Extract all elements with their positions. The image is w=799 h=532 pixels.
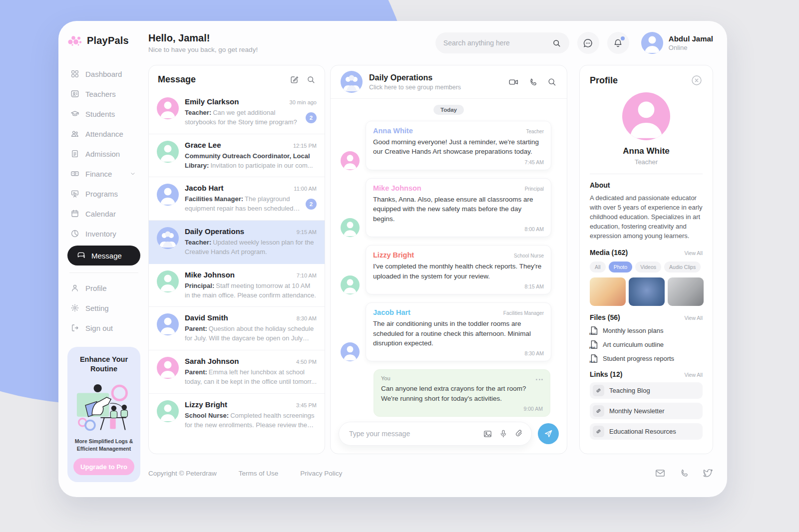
conversation-item[interactable]: Mike Johnson7:10 AM Principal:Staff meet… [149,264,325,307]
filter-audio-clips[interactable]: Audio Clips [664,262,701,272]
mail-icon[interactable] [655,468,666,479]
phone-icon[interactable] [679,468,689,479]
promo-title: Enhance Your Routine [72,355,135,374]
conversation-item[interactable]: Sarah Johnson4:50 PM Parent:Emma left he… [149,350,325,394]
conversation-preview: Facilities Manager:The playground equipm… [185,195,302,214]
link-item[interactable]: Monthly Newsletter [590,403,703,419]
main-area: Hello, Jamal! Nice to have you back, go … [148,21,727,497]
conversation-time: 8:30 AM [297,315,317,321]
profile-avatar [622,92,670,140]
sender-name: Anna White [373,127,413,135]
search-icon[interactable] [552,38,561,48]
conversation-time: 11:00 AM [294,186,317,192]
sidebar-item-label: Programs [85,190,118,198]
sidebar-item-calendar[interactable]: Calendar [67,204,140,224]
message-text: Can anyone lend extra crayons for the ar… [381,384,543,403]
sidebar-item-signout[interactable]: Sign out [67,318,140,338]
sidebar-item-setting[interactable]: Setting [67,298,140,318]
sidebar-item-dashboard[interactable]: Dashboard [67,64,140,84]
conversation-item[interactable]: Jacob Hart11:00 AM Facilities Manager:Th… [149,177,325,221]
media-thumbnail[interactable] [629,277,665,306]
avatar [341,275,360,294]
chat-messages: Today Anna WhiteTeacher Good morning eve… [331,99,567,417]
image-attach-icon[interactable] [483,429,492,439]
pie-chart-icon [70,229,79,238]
search-in-chat-icon[interactable] [547,77,557,87]
video-call-icon[interactable] [508,77,519,87]
user-status: Online [669,44,713,51]
file-item[interactable]: PDF Art curriculum outline [590,340,703,349]
notifications-button[interactable] [607,32,629,54]
message-input[interactable] [349,430,476,438]
avatar [157,357,179,379]
file-item[interactable]: XLS Student progress reports [590,354,703,363]
files-view-all-link[interactable]: View All [684,315,703,321]
search-input[interactable] [443,39,548,47]
messages-button[interactable] [577,32,599,54]
sidebar-item-students[interactable]: Students [67,104,140,124]
search-conversations-icon[interactable] [306,75,316,84]
brand-logo-icon [67,34,82,47]
avatar [157,97,179,119]
profile-name: Anna White [590,146,703,156]
twitter-icon[interactable] [702,468,713,479]
chat-message: Jacob HartFacilities Manager The air con… [341,302,557,361]
sidebar-item-message[interactable]: Message [67,246,140,266]
link-item[interactable]: Educational Resources [590,423,703,440]
conversation-name: David Smith [185,313,228,322]
sidebar-item-profile[interactable]: Profile [67,278,140,298]
link-item[interactable]: Teaching Blog [590,382,703,399]
sidebar-item-label: Calendar [85,210,116,218]
compose-icon[interactable] [290,75,299,84]
sidebar-item-admission[interactable]: Admission [67,144,140,164]
sidebar-item-finance[interactable]: Finance [67,164,140,184]
terms-link[interactable]: Terms of Use [239,470,279,477]
sender-name: Lizzy Bright [373,251,414,259]
chat-input-area [331,417,567,454]
top-bar: Hello, Jamal! Nice to have you back, go … [148,21,713,65]
paperclip-icon[interactable] [514,429,523,438]
sidebar-item-attendance[interactable]: Attendance [67,124,140,144]
conversation-item[interactable]: Lizzy Bright3:45 PM School Nurse:Complet… [149,394,325,437]
voice-call-icon[interactable] [528,77,538,87]
sidebar-item-teachers[interactable]: Teachers [67,84,140,104]
conversation-item[interactable]: Emily Clarkson30 min ago Teacher:Can we … [149,91,325,134]
promo-illustration [73,379,135,435]
chat-panel: Daily Operations Click here to see group… [330,65,567,454]
media-thumbnail[interactable] [590,277,626,306]
group-avatar [157,227,179,249]
files-title: Files (56) [590,313,620,321]
sidebar-item-inventory[interactable]: Inventory [67,224,140,244]
filter-all[interactable]: All [590,262,606,272]
page-title: Hello, Jamal! [148,32,258,44]
media-view-all-link[interactable]: View All [684,250,703,256]
send-button[interactable] [538,423,559,444]
divider [590,174,703,174]
privacy-link[interactable]: Privacy Policy [300,470,342,477]
message-menu-icon[interactable] [536,379,543,380]
group-members-link[interactable]: Click here to see group members [369,84,461,91]
sidebar: PlayPals Dashboard Teachers Students Att… [58,21,148,497]
about-text: A dedicated and passionate educator with… [590,193,703,241]
sidebar-item-programs[interactable]: Programs [67,184,140,204]
conversation-time: 7:10 AM [297,272,317,278]
close-icon[interactable] [691,74,703,86]
sidebar-item-label: Profile [85,284,107,292]
group-avatar[interactable] [341,71,363,93]
conversation-item[interactable]: David Smith8:30 AM Parent:Question about… [149,307,325,350]
microphone-icon[interactable] [499,429,508,438]
page-subtitle: Nice to have you back, go get ready! [148,46,258,53]
conversation-item-selected[interactable]: Daily Operations9:15 AM Teacher:Updated … [149,221,325,264]
file-item[interactable]: DOC Monthly lesson plans [590,326,703,335]
user-menu[interactable]: Abdul Jamal Online [641,32,713,54]
filter-photo-selected[interactable]: Photo [609,262,632,272]
upgrade-to-pro-button[interactable]: Upgrade to Pro [73,458,134,475]
media-filters: All Photo Videos Audio Clips [590,262,703,272]
conversation-time: 3:45 PM [296,402,317,408]
sidebar-item-label: Dashboard [85,70,122,78]
links-view-all-link[interactable]: View All [684,372,703,378]
media-thumbnail[interactable] [668,277,704,306]
conversation-item[interactable]: Grace Lee12:15 PM Community Outreach Coo… [149,134,325,178]
file-name: Student progress reports [603,355,674,362]
filter-videos[interactable]: Videos [635,262,661,272]
